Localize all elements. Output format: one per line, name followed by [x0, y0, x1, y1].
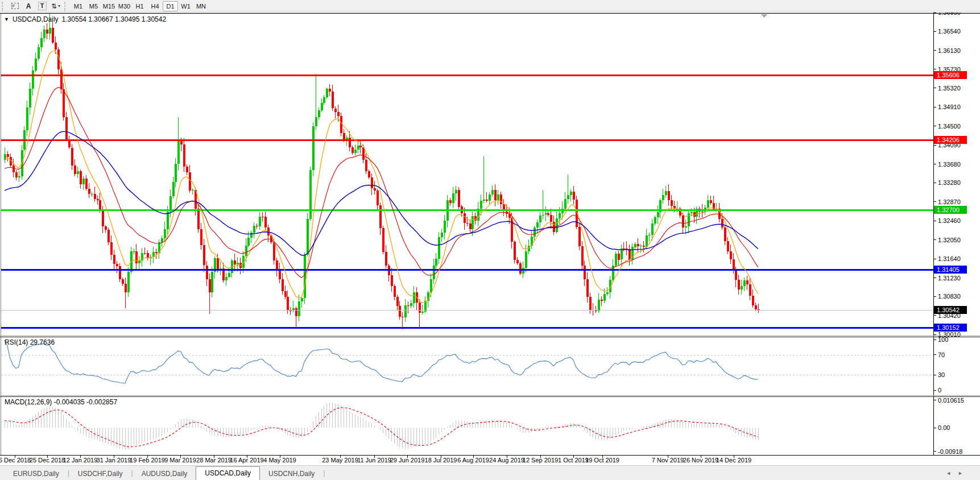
price-level-badge-label: 1.34206	[937, 136, 960, 143]
timeframe-button-d1[interactable]: D1	[163, 1, 178, 11]
tab-audusd-daily[interactable]: AUDUSD,Daily	[133, 467, 196, 480]
price-axis-tick-label: 1.32870	[938, 198, 961, 205]
price-level-badge-label: 1.32700	[937, 206, 960, 213]
date-axis-label: 23 May 2019	[322, 457, 358, 464]
chart-ohlc-quotes: 1.30554 1.30667 1.30495 1.30542	[62, 15, 167, 23]
price-axis-tick-label: 1.36130	[938, 47, 961, 54]
date-axis-label: 29 Jun 2019	[390, 457, 425, 464]
frame-label-tool-icon[interactable]: F	[8, 1, 22, 11]
text-label-tool-icon[interactable]: T	[35, 1, 49, 11]
date-axis-label: 18 Jul 2019	[425, 457, 457, 464]
price-axis-tick-label: 1.31640	[938, 255, 961, 262]
chart-tab-bar: EURUSD,Daily|USDCHF,Daily|AUDUSD,DailyUS…	[0, 465, 980, 480]
price-axis-tick-label: 1.36540	[938, 28, 961, 35]
toolbar-grip-2[interactable]	[64, 2, 67, 11]
timeframe-button-m15[interactable]: M15	[101, 1, 117, 11]
date-axis-label: 7 Nov 2019	[652, 457, 684, 464]
arrow-style-tool-icon[interactable]: ⇅▾	[49, 1, 63, 11]
timeframe-button-mn[interactable]: MN	[193, 1, 209, 11]
date-axis-label: 26 Nov 2019	[683, 457, 718, 464]
timeframe-button-m30[interactable]: M30	[117, 1, 132, 11]
date-axis-label: 16 Apr 2019	[230, 457, 263, 464]
price-level-badge-label: 1.35606	[937, 72, 960, 78]
date-axis-label: 28 Mar 2019	[196, 457, 231, 464]
trading-platform-window: FAT⇅▾ M1M5M15M30H1H4D1W1MN 1.369501.3654…	[0, 0, 980, 480]
date-axis-label: 11 Jun 2019	[357, 457, 391, 464]
price-axis-tick-label: 1.34500	[938, 123, 961, 130]
tab-scroll-left-icon[interactable]: ◄	[946, 470, 958, 476]
chart-title: ▼ USDCAD,Daily 1.30554 1.30667 1.30495 1…	[4, 15, 166, 23]
price-axis-tick-label: 1.33280	[938, 179, 961, 186]
date-axis-label: 14 Dec 2019	[716, 457, 751, 464]
date-axis-label: 6 Dec 2018	[0, 457, 31, 464]
date-axis-label: 12 Sep 2019	[523, 457, 558, 464]
date-axis-label: 6 Aug 2019	[457, 457, 489, 464]
date-axis-label: 31 Jan 2019	[97, 457, 131, 464]
macd-axis-tick-label: 0.010615	[938, 397, 964, 404]
price-axis-tick-label: 1.35320	[938, 85, 961, 92]
price-level-badge-label: 1.31405	[937, 266, 960, 273]
tab-usdcnh-daily[interactable]: USDCNH,Daily	[260, 467, 323, 480]
timeframe-button-h4[interactable]: H4	[147, 1, 163, 11]
price-axis-tick-label: 1.32050	[938, 237, 961, 243]
date-axis-label: 1 Oct 2019	[558, 457, 589, 464]
price-level-badge-label: 1.30152	[937, 324, 960, 331]
date-axis-label: 12 Jan 2019	[63, 457, 98, 464]
date-axis-label: 19 Feb 2019	[130, 457, 165, 464]
toolbar-grip[interactable]	[2, 2, 5, 11]
rsi-axis-tick-label: 0	[938, 387, 941, 394]
date-axis-label: 19 Oct 2019	[585, 457, 619, 464]
macd-indicator-label: MACD(12,26,9) -0.004035 -0.002857	[5, 398, 117, 406]
macd-axis-tick-label: -0.00918	[938, 448, 962, 455]
timeframe-button-w1[interactable]: W1	[178, 1, 193, 11]
tab-usdcad-daily[interactable]: USDCAD,Daily	[196, 466, 260, 480]
toolbar: FAT⇅▾ M1M5M15M30H1H4D1W1MN	[0, 0, 980, 13]
price-axis-tick-label: 1.33680	[938, 161, 961, 168]
price-axis-tick-label: 1.32460	[938, 217, 961, 224]
rsi-axis-tick-label: 70	[938, 351, 945, 358]
date-axis-label: 9 Mar 2019	[164, 457, 196, 464]
rsi-axis-tick-label: 30	[938, 371, 945, 378]
timeframe-button-h1[interactable]: H1	[132, 1, 147, 11]
date-axis-label: 24 Aug 2019	[489, 457, 524, 464]
price-axis-tick-label: 1.31230	[938, 275, 961, 282]
price-level-badge-label: 1.30542	[937, 307, 960, 313]
tab-separator: |	[323, 469, 325, 477]
date-axis-label: 25 Dec 2018	[30, 457, 65, 464]
text-tool-icon[interactable]: A	[22, 1, 35, 11]
collapse-icon[interactable]: ▼	[4, 16, 9, 22]
tab-eurusd-daily[interactable]: EURUSD,Daily	[5, 467, 68, 480]
timeframe-button-m1[interactable]: M1	[71, 1, 86, 11]
price-axis-tick-label: 1.34910	[938, 104, 961, 110]
tab-scroll-right-icon[interactable]: ►	[958, 470, 970, 476]
chart-canvas[interactable]: 1.369501.365401.361301.357301.353201.349…	[0, 0, 980, 480]
date-axis-label: 4 May 2019	[263, 457, 296, 464]
macd-axis-tick-label: 0.00	[938, 424, 950, 431]
price-axis-tick-label: 1.30830	[938, 293, 961, 300]
timeframe-button-m5[interactable]: M5	[86, 1, 101, 11]
rsi-indicator-label: RSI(14) 29.7636	[5, 338, 55, 346]
tab-usdchf-daily[interactable]: USDCHF,Daily	[69, 467, 131, 480]
chart-symbol-label: USDCAD,Daily	[13, 15, 59, 23]
